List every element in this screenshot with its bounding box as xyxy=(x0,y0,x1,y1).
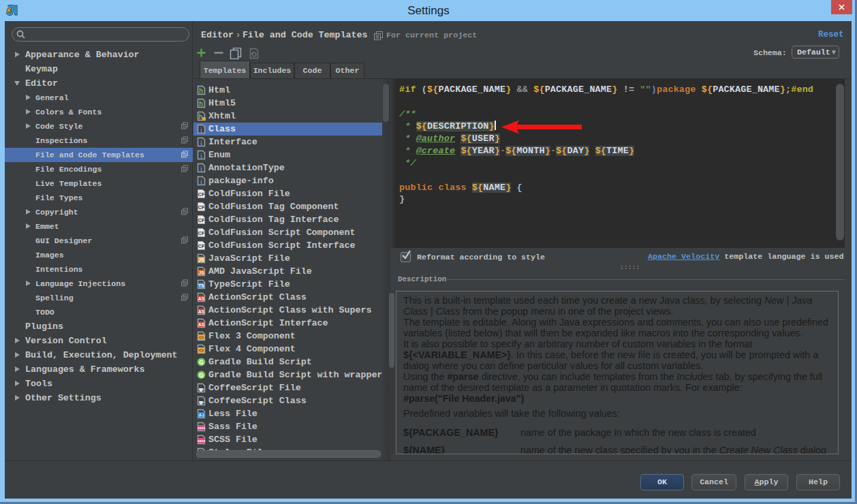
svg-text:TS: TS xyxy=(198,283,204,287)
svg-text:CF: CF xyxy=(198,192,205,197)
svg-text:h: h xyxy=(199,100,203,108)
svg-text:JS: JS xyxy=(199,270,205,274)
svg-text:CF: CF xyxy=(198,218,205,223)
svg-text:AS: AS xyxy=(198,309,205,313)
svg-text:G: G xyxy=(199,371,204,378)
svg-text:{L}: {L} xyxy=(199,413,205,417)
svg-text:<>: <> xyxy=(199,347,204,352)
svg-text:G: G xyxy=(199,358,204,365)
svg-text:j: j xyxy=(200,140,202,146)
svg-text:CF: CF xyxy=(198,244,205,249)
svg-text:h: h xyxy=(198,113,202,121)
svg-text:j: j xyxy=(200,127,202,133)
svg-text:j: j xyxy=(200,166,202,172)
svg-text:JS: JS xyxy=(199,257,205,262)
svg-text:SASS: SASS xyxy=(198,426,206,430)
svg-text:<>: <> xyxy=(199,334,204,339)
svg-text:j: j xyxy=(200,178,202,185)
svg-text:CF: CF xyxy=(198,231,205,236)
svg-text:AS: AS xyxy=(198,296,205,300)
svg-text:SASS: SASS xyxy=(198,439,206,443)
svg-text:h: h xyxy=(199,87,203,95)
svg-text:j: j xyxy=(200,153,202,159)
svg-text:AS: AS xyxy=(198,321,205,326)
svg-text:CF: CF xyxy=(198,205,205,210)
